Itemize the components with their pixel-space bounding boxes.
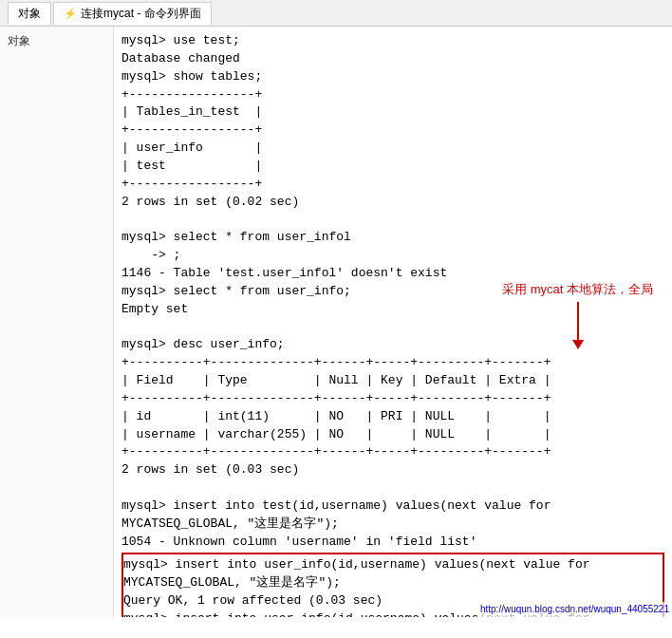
main-layout: 对象 mysql> use test; Database changed mys… bbox=[0, 27, 672, 617]
tab-terminal[interactable]: ⚡ 连接mycat - 命令列界面 bbox=[53, 2, 212, 25]
sidebar-item-objects[interactable]: 对象 bbox=[0, 30, 113, 52]
annotation: 采用 mycat 本地算法，全局 bbox=[502, 281, 653, 349]
annotation-arrow bbox=[502, 302, 653, 349]
connection-icon: ⚡ bbox=[64, 8, 77, 20]
tab-terminal-label: 连接mycat - 命令列界面 bbox=[81, 6, 201, 22]
watermark: http://wuqun.blog.csdn.net/wuqun_4405522… bbox=[477, 602, 672, 617]
annotation-text: 采用 mycat 本地算法，全局 bbox=[502, 282, 653, 296]
title-bar: 对象 ⚡ 连接mycat - 命令列界面 bbox=[0, 0, 672, 27]
tab-objects[interactable]: 对象 bbox=[8, 2, 51, 25]
sidebar: 对象 bbox=[0, 27, 114, 617]
terminal[interactable]: mysql> use test; Database changed mysql>… bbox=[114, 27, 672, 617]
arrow-head bbox=[572, 340, 584, 349]
tab-objects-label: 对象 bbox=[18, 6, 41, 22]
arrow-line bbox=[577, 302, 579, 340]
